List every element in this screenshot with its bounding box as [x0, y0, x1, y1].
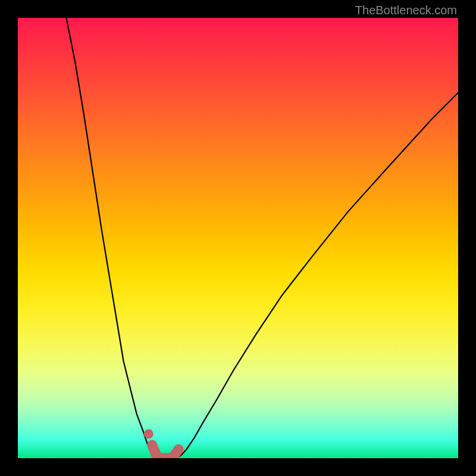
border-left: [0, 0, 18, 476]
border-right: [458, 0, 476, 476]
highlight-blob: [144, 429, 178, 458]
highlight-blob-layer: [18, 18, 458, 458]
border-bottom: [0, 458, 476, 476]
svg-point-0: [144, 429, 154, 439]
attribution-text: TheBottleneck.com: [355, 4, 457, 17]
